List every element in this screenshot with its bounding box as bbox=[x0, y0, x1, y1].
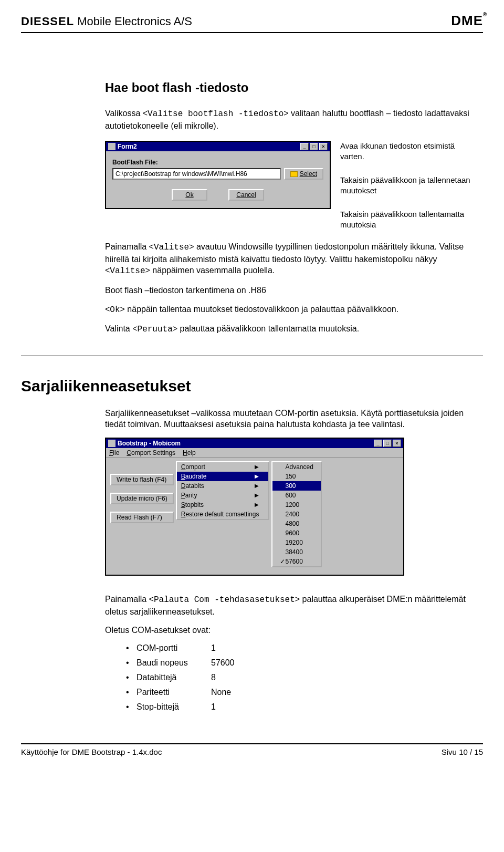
maximize-icon[interactable]: □ bbox=[310, 143, 318, 150]
body-paragraph: <Ok> näppäin tallentaa muutokset tiedost… bbox=[105, 304, 483, 316]
body-paragraph: Boot flash –tiedoston tarkentimena on .H… bbox=[105, 285, 483, 296]
dropdown-item-stopbits[interactable]: Stopbits▶ bbox=[177, 500, 269, 510]
app-icon bbox=[108, 143, 116, 150]
dialog-title: Form2 bbox=[118, 143, 137, 150]
restore-paragraph: Painamalla <Palauta Com -tehdasasetukset… bbox=[105, 594, 483, 617]
update-micro-button[interactable]: Update micro (F6) bbox=[110, 493, 174, 504]
dropdown-item-comport[interactable]: Comport▶ bbox=[177, 462, 269, 472]
default-row: Baudi nopeus57600 bbox=[126, 658, 483, 668]
com-intro: Sarjaliikenneasetukset –valikossa muutet… bbox=[105, 408, 483, 430]
callout-open: Avaa ikkunan tiedoston etsimistä varten. bbox=[340, 141, 471, 161]
dropdown-item-databits[interactable]: Databits▶ bbox=[177, 481, 269, 491]
bootstrap-titlebar[interactable]: Bootstrap - Mobicom _ □ × bbox=[106, 439, 403, 448]
dialog-titlebar[interactable]: Form2 _ □ × bbox=[106, 142, 330, 151]
close-icon[interactable]: × bbox=[393, 440, 401, 447]
ok-button[interactable]: Ok bbox=[172, 189, 207, 201]
write-flash-button[interactable]: Write to flash (F4) bbox=[110, 474, 174, 485]
dropdown-item-baudrate[interactable]: Baudrate▶ bbox=[177, 472, 269, 481]
defaults-list: COM-portti1Baudi nopeus57600Databittejä8… bbox=[126, 643, 483, 712]
submenu-item-baud-57600[interactable]: ✓57600 bbox=[272, 557, 320, 566]
intro-paragraph: Valikossa <Valitse bootflash -tiedosto> … bbox=[105, 108, 483, 131]
default-row: Stop-bittejä1 bbox=[126, 702, 483, 712]
submenu-item-baud-2400[interactable]: 2400 bbox=[272, 510, 320, 519]
baudrate-submenu: Advanced 1503006001200240048009600192003… bbox=[271, 461, 321, 567]
bootstrap-title: Bootstrap - Mobicom bbox=[118, 440, 181, 447]
chevron-right-icon: ▶ bbox=[255, 492, 259, 498]
brand-mid: Mobile Electronics A/S bbox=[77, 15, 192, 28]
section-title-bootflash: Hae boot flash -tiedosto bbox=[105, 80, 483, 95]
default-row: Databittejä8 bbox=[126, 673, 483, 682]
submenu-item-advanced[interactable]: Advanced bbox=[272, 462, 320, 472]
folder-icon bbox=[290, 171, 298, 177]
page-header: DIESSEL Mobile Electronics A/S DME® bbox=[21, 13, 483, 33]
page-footer: Käyttöohje for DME Bootstrap - 1.4x.doc … bbox=[21, 743, 483, 756]
comport-dropdown: Comport▶ Baudrate▶ Databits▶ Parity▶ Sto… bbox=[176, 461, 270, 520]
main-buttons: Write to flash (F4) Update micro (F6) Re… bbox=[110, 461, 174, 567]
dropdown-item-parity[interactable]: Parity▶ bbox=[177, 491, 269, 500]
brand-left: DIESSEL bbox=[21, 15, 74, 28]
body-paragraph: Painamalla <Valitse> avautuu Windowsille… bbox=[105, 241, 483, 277]
select-button[interactable]: Select bbox=[284, 168, 323, 180]
maximize-icon[interactable]: □ bbox=[383, 440, 392, 447]
form2-dialog: Form2 _ □ × BootFlash File: C:\project\B… bbox=[105, 141, 331, 209]
default-row: PariteettiNone bbox=[126, 688, 483, 697]
menu-file[interactable]: File bbox=[109, 449, 119, 456]
body-paragraph: Valinta <Peruuta> palauttaa päävalikkoon… bbox=[105, 323, 483, 336]
brand-right: DME® bbox=[451, 13, 483, 29]
dialog-callout-row: Form2 _ □ × BootFlash File: C:\project\B… bbox=[105, 141, 483, 230]
chevron-right-icon: ▶ bbox=[255, 483, 259, 489]
submenu-item-baud-150[interactable]: 150 bbox=[272, 472, 320, 481]
read-flash-button[interactable]: Read Flash (F7) bbox=[110, 512, 174, 523]
submenu-item-baud-300[interactable]: 300 bbox=[272, 481, 320, 491]
cancel-button[interactable]: Cancel bbox=[228, 189, 264, 201]
chevron-right-icon: ▶ bbox=[255, 473, 259, 479]
footer-docname: Käyttöohje for DME Bootstrap - 1.4x.doc bbox=[21, 747, 162, 756]
submenu-item-baud-600[interactable]: 600 bbox=[272, 491, 320, 500]
submenu-item-baud-9600[interactable]: 9600 bbox=[272, 528, 320, 538]
app-icon bbox=[108, 440, 116, 447]
close-icon[interactable]: × bbox=[319, 143, 328, 150]
defaults-label: Oletus COM-asetukset ovat: bbox=[105, 625, 483, 636]
menubar: File Comport Settings Help bbox=[106, 448, 403, 458]
divider bbox=[21, 356, 483, 356]
bootstrap-window: Bootstrap - Mobicom _ □ × File Comport S… bbox=[105, 438, 404, 576]
footer-page: Sivu 10 / 15 bbox=[442, 747, 483, 756]
callout-save: Takaisin päävalikkoon ja tallennetaan mu… bbox=[340, 175, 471, 195]
submenu-item-baud-19200[interactable]: 19200 bbox=[272, 538, 320, 547]
dropdown-item-restore[interactable]: Restore default comsettings bbox=[177, 510, 269, 519]
submenu-item-baud-38400[interactable]: 38400 bbox=[272, 547, 320, 557]
menu-help[interactable]: Help bbox=[183, 449, 196, 456]
chevron-right-icon: ▶ bbox=[255, 502, 259, 507]
submenu-item-baud-4800[interactable]: 4800 bbox=[272, 519, 320, 528]
default-row: COM-portti1 bbox=[126, 643, 483, 653]
callout-cancel: Takaisin päävalikkoon tallentamatta muut… bbox=[340, 209, 471, 230]
callouts: Avaa ikkunan tiedoston etsimistä varten.… bbox=[340, 141, 471, 230]
bootflash-path-input[interactable]: C:\project\Bootstrap for windows\MWI\mwi… bbox=[112, 168, 281, 180]
minimize-icon[interactable]: _ bbox=[374, 440, 382, 447]
minimize-icon[interactable]: _ bbox=[300, 143, 309, 150]
submenu-item-baud-1200[interactable]: 1200 bbox=[272, 500, 320, 510]
section-title-com: Sarjaliikenneasetukset bbox=[21, 377, 483, 395]
menu-comport[interactable]: Comport Settings bbox=[127, 449, 175, 456]
bootflash-file-label: BootFlash File: bbox=[112, 159, 323, 166]
chevron-right-icon: ▶ bbox=[255, 464, 259, 470]
